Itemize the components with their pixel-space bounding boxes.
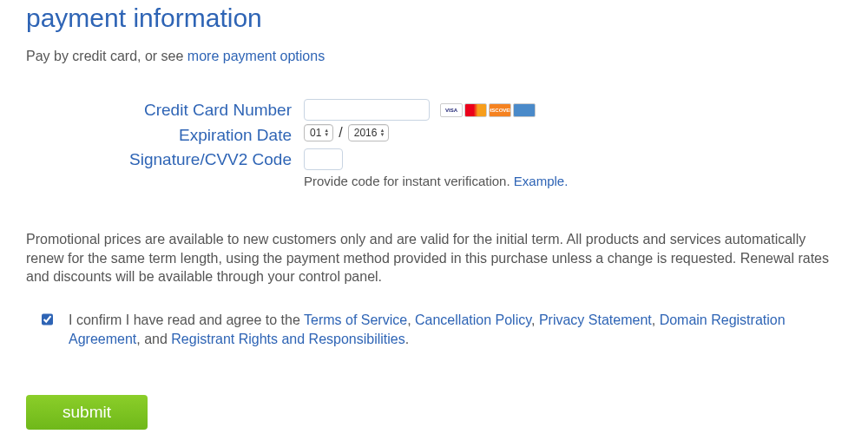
date-separator: /: [339, 125, 342, 141]
consent-checkbox[interactable]: [42, 313, 53, 326]
intro-text: Pay by credit card, or see more payment …: [26, 49, 842, 64]
exp-month-select[interactable]: 01 ▲▼: [304, 124, 333, 141]
privacy-link[interactable]: Privacy Statement: [539, 312, 652, 327]
exp-year-select[interactable]: 2016 ▲▼: [348, 124, 390, 141]
intro-prefix: Pay by credit card, or see: [26, 49, 187, 63]
consent-prefix: I confirm I have read and agree to the: [69, 312, 304, 327]
consent-text: I confirm I have read and agree to the T…: [69, 311, 842, 350]
stepper-icon: ▲▼: [324, 128, 329, 137]
consent-row: I confirm I have read and agree to the T…: [42, 311, 842, 350]
submit-button[interactable]: submit: [26, 395, 148, 430]
expiration-label: Expiration Date: [26, 124, 304, 145]
mastercard-icon: [464, 103, 487, 117]
expiration-field: 01 ▲▼ / 2016 ▲▼: [304, 124, 389, 141]
promo-text: Promotional prices are available to new …: [26, 230, 842, 286]
page-title: payment information: [26, 3, 842, 33]
discover-icon: DISCOVER: [489, 103, 511, 117]
cancellation-link[interactable]: Cancellation Policy: [415, 312, 531, 327]
exp-month-value: 01: [310, 127, 321, 139]
expiration-row: Expiration Date 01 ▲▼ / 2016 ▲▼: [26, 124, 842, 145]
cvv-field: Provide code for instant verification. E…: [304, 148, 607, 188]
consent-period: .: [405, 332, 409, 346]
cvv-hint: Provide code for instant verification. E…: [304, 174, 607, 188]
cvv-hint-text: Provide code for instant verification.: [304, 174, 514, 188]
stepper-icon: ▲▼: [379, 128, 385, 137]
credit-card-input[interactable]: [304, 99, 430, 121]
exp-year-value: 2016: [354, 127, 378, 139]
visa-icon: VISA: [440, 103, 463, 117]
tos-link[interactable]: Terms of Service: [304, 312, 407, 327]
cvv-label: Signature/CVV2 Code: [26, 148, 304, 169]
cvv-row: Signature/CVV2 Code Provide code for ins…: [26, 148, 842, 188]
consent-mid: , and: [136, 332, 171, 346]
more-payment-options-link[interactable]: more payment options: [187, 49, 325, 63]
cc-label: Credit Card Number: [26, 99, 304, 120]
cc-field: VISA DISCOVER: [304, 99, 536, 121]
registrant-link[interactable]: Registrant Rights and Responsibilities: [171, 332, 404, 346]
cvv-input[interactable]: [304, 148, 343, 170]
cc-row: Credit Card Number VISA DISCOVER: [26, 99, 842, 121]
amex-icon: [513, 103, 536, 117]
cvv-example-link[interactable]: Example.: [514, 174, 569, 188]
accepted-cards: VISA DISCOVER: [440, 103, 536, 117]
